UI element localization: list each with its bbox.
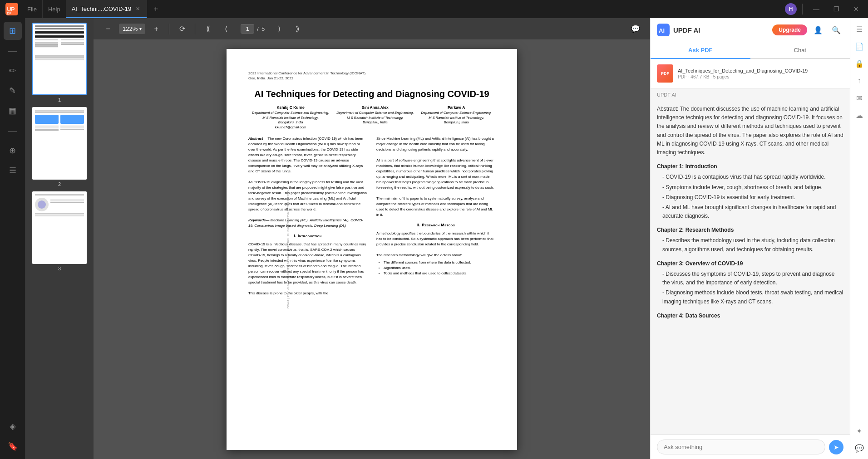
- tab-help-label: Help: [48, 6, 60, 13]
- abstract-label: Abstract—: [248, 137, 266, 141]
- pdf-content[interactable]: CONAT | 978-1-6654-2577-3/22/$31.00 ©202…: [94, 40, 650, 459]
- zoom-display[interactable]: 122% ▾: [119, 24, 145, 34]
- ai-doc-details: AI_Techniques_for_Detecting_and_Diagnosi…: [678, 68, 843, 79]
- tab-chat[interactable]: Chat: [750, 42, 850, 59]
- ai-send-button[interactable]: ➤: [829, 440, 843, 454]
- nav-last-button[interactable]: ⟫: [290, 22, 305, 36]
- pdf-toolbar: − 122% ▾ + ⟳ ⟪ ⟨ / 5 ⟩ ⟫ 💬: [94, 18, 650, 40]
- ai-logo-icon: AI: [657, 24, 670, 36]
- ai-logo-area: AI UPDF AI: [657, 24, 700, 36]
- send-icon: ➤: [833, 444, 839, 451]
- ai-chapter-1-bullet-2: Symptoms include fever, cough, shortness…: [657, 183, 843, 192]
- add-tab-button[interactable]: +: [149, 2, 163, 16]
- tab-group: File Help AI_Techni....COVID-19 ✕ +: [22, 0, 404, 18]
- thumbnail-1[interactable]: 1: [32, 23, 87, 103]
- ai-doc-meta: PDF · 467.7 KB · 5 pages: [678, 74, 843, 79]
- lock-icon[interactable]: 🔒: [852, 56, 867, 71]
- tab-file[interactable]: File: [22, 0, 43, 18]
- thumbnail-2[interactable]: 2: [32, 107, 87, 187]
- share-icon[interactable]: ↑: [852, 73, 867, 88]
- thumbnail-3[interactable]: 3: [32, 191, 87, 271]
- sidebar-left: ⊞ — ✏ ✎ ▦ — ⊕ ☰ ◈ 🔖: [0, 18, 25, 459]
- abstract-text: The new Coronavirus infection (COVID-19)…: [248, 137, 363, 173]
- sidebar-toggle-icon[interactable]: ☰: [852, 22, 867, 36]
- sidebar-icon-bookmark[interactable]: 🔖: [4, 437, 22, 455]
- titlebar-right: H — ❐ ✕: [785, 1, 864, 17]
- page-input[interactable]: [241, 24, 254, 34]
- sidebar-icon-grid[interactable]: ⊞: [4, 22, 22, 40]
- ai-search-icon[interactable]: 🔍: [829, 23, 843, 37]
- zoom-out-button[interactable]: −: [101, 22, 115, 36]
- thumbnail-number-1: 1: [58, 97, 61, 103]
- sidebar-icon-comment[interactable]: ✎: [4, 82, 22, 100]
- ai-chapter-3-title: Chapter 3: Overview of COVID-19: [657, 259, 843, 268]
- tab-ask-pdf[interactable]: Ask PDF: [651, 42, 750, 59]
- pdf-area: − 122% ▾ + ⟳ ⟪ ⟨ / 5 ⟩ ⟫ 💬: [94, 18, 650, 459]
- svg-text:DF: DF: [7, 12, 11, 15]
- sidebar-icon-separator1: —: [4, 42, 22, 60]
- pdf-title: AI Techniques for Detecting and Diagnosi…: [248, 88, 495, 100]
- sidebar-icon-stamp[interactable]: ⊕: [4, 142, 22, 160]
- bullet-1: The different sources from where the dat…: [384, 260, 495, 265]
- star-icon[interactable]: ✦: [852, 424, 867, 438]
- main-layout: ⊞ — ✏ ✎ ▦ — ⊕ ☰ ◈ 🔖: [0, 18, 868, 459]
- watermark: CONAT | 978-1-6654-2577-3/22/$31.00 ©202…: [287, 190, 290, 309]
- chat-icon[interactable]: 💬: [852, 441, 867, 455]
- thumbnail-number-3: 3: [58, 266, 61, 271]
- pdf-right-col: Since Machine Learning (ML) and Artifici…: [376, 136, 495, 296]
- ai-input-field[interactable]: [657, 439, 825, 454]
- avatar: H: [785, 3, 797, 15]
- ai-panel-header: AI UPDF AI Upgrade 👤 🔍: [651, 18, 850, 42]
- ai-chapter-1-bullet-3: Diagnosing COVID-19 is essential for ear…: [657, 193, 843, 202]
- svg-text:AI: AI: [659, 27, 665, 34]
- sidebar-icon-highlight[interactable]: ✏: [4, 62, 22, 80]
- thumbnail-img-2: [32, 107, 87, 180]
- tab-doc[interactable]: AI_Techni....COVID-19 ✕: [66, 0, 148, 18]
- page-display: / 5: [237, 24, 268, 34]
- ai-tabs: Ask PDF Chat: [651, 42, 850, 59]
- conference-line: 2022 International Conference for Advanc…: [248, 71, 495, 81]
- ai-user-icon[interactable]: 👤: [811, 23, 825, 37]
- page-separator: /: [257, 25, 259, 32]
- ai-chapter-1-bullet-1: COVID-19 is a contagious virus that has …: [657, 173, 843, 181]
- tab-close-button[interactable]: ✕: [134, 5, 141, 12]
- page-total: 5: [261, 25, 265, 32]
- abstract-p2: As COVID-19 diagnosing is the lengthy pr…: [248, 180, 367, 212]
- ai-title: UPDF AI: [673, 26, 700, 34]
- keywords: Keywords— Machine Learning (ML), Artific…: [248, 218, 367, 229]
- mail-icon[interactable]: ✉: [852, 91, 867, 105]
- tab-doc-label: AI_Techni....COVID-19: [72, 5, 132, 12]
- zoom-in-button[interactable]: +: [149, 22, 163, 36]
- rotate-button[interactable]: ⟳: [175, 22, 189, 36]
- right-p3: The main aim of this paper is to systema…: [376, 196, 495, 218]
- cloud-icon[interactable]: ☁: [852, 108, 867, 122]
- research-p2: The research methodology will give the d…: [376, 253, 495, 258]
- ai-chapter-1-bullet-4: AI and ML have brought significant chang…: [657, 203, 843, 220]
- pdf-left-col: Abstract— The new Coronavirus infection …: [248, 136, 367, 296]
- pdf-page: CONAT | 978-1-6654-2577-3/22/$31.00 ©202…: [227, 49, 517, 450]
- section2-title: II. Research Metods: [376, 222, 495, 228]
- upgrade-button[interactable]: Upgrade: [772, 24, 807, 35]
- comment-button[interactable]: 💬: [628, 22, 643, 36]
- sidebar-icon-form[interactable]: ☰: [4, 161, 22, 180]
- updf-logo: UP DF: [4, 1, 20, 17]
- pdf-info-icon[interactable]: 📄: [852, 39, 867, 54]
- titlebar: UP DF File Help AI_Techni....COVID-19 ✕ …: [0, 0, 868, 18]
- abstract-paragraph: Abstract— The new Coronavirus infection …: [248, 136, 367, 174]
- bullet-2: Algorithms used.: [384, 265, 495, 271]
- sidebar-icon-layers[interactable]: ◈: [4, 417, 22, 435]
- nav-prev-button[interactable]: ⟨: [219, 22, 233, 36]
- toolbar-separator-1: [169, 24, 169, 34]
- minimize-button[interactable]: —: [808, 1, 824, 17]
- sidebar-icon-redact[interactable]: ▦: [4, 102, 22, 120]
- tab-file-label: File: [27, 6, 37, 13]
- ai-chapter-2-bullet-1: Describes the methodology used in the st…: [657, 236, 843, 254]
- tab-help[interactable]: Help: [43, 0, 66, 18]
- nav-first-button[interactable]: ⟪: [201, 22, 215, 36]
- ai-chapter-2-title: Chapter 2: Research Methods: [657, 226, 843, 234]
- maximize-button[interactable]: ❐: [828, 1, 844, 17]
- ai-chapter-4-title: Chapter 4: Data Sources: [657, 312, 843, 320]
- nav-next-button[interactable]: ⟩: [272, 22, 286, 36]
- ai-doc-info: PDF AI_Techniques_for_Detecting_and_Diag…: [651, 59, 850, 88]
- close-button[interactable]: ✕: [848, 1, 864, 17]
